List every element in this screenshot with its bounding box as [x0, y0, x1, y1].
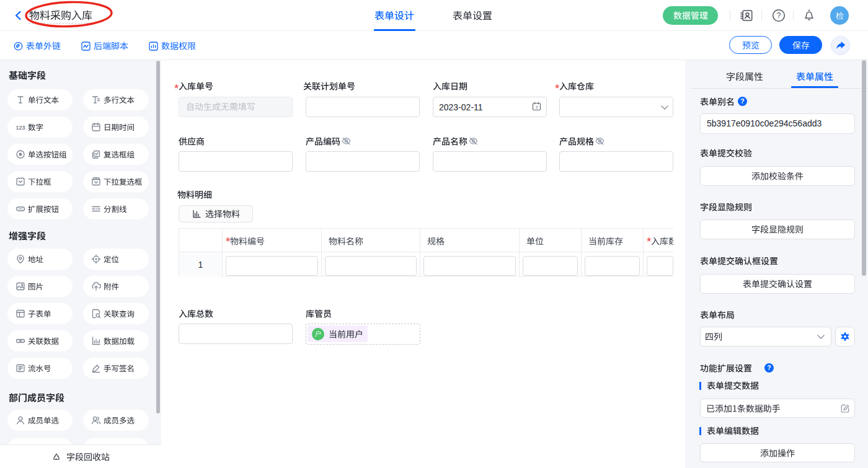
svg-text:?: ? [767, 364, 771, 371]
svg-text:?: ? [740, 97, 744, 105]
svg-text:?: ? [777, 11, 781, 20]
svg-text:123: 123 [16, 125, 25, 131]
svg-text:7: 7 [535, 105, 538, 110]
